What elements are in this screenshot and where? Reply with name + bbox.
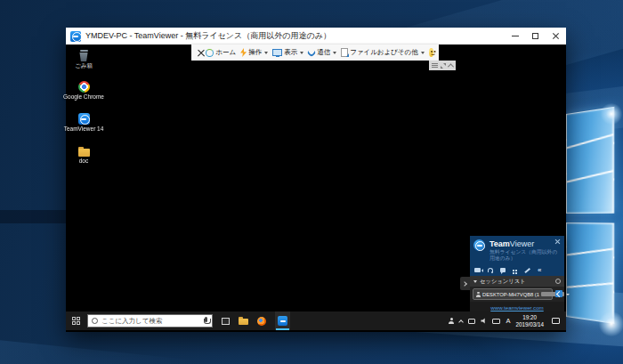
video-icon[interactable] bbox=[474, 268, 481, 272]
session-list-header[interactable]: セッションリスト bbox=[470, 276, 564, 287]
chevron-up-icon bbox=[448, 63, 454, 69]
action-center-icon[interactable] bbox=[552, 318, 560, 324]
list-icon bbox=[432, 63, 438, 68]
window-title: YMDEV-PC - TeamViewer - 無料ライセンス（商用以外の用途の… bbox=[85, 30, 331, 42]
volume-icon[interactable] bbox=[481, 318, 487, 324]
chevron-down-icon bbox=[566, 294, 570, 295]
chevron-down-icon bbox=[421, 52, 425, 54]
recycle-bin-icon bbox=[79, 50, 89, 61]
teamviewer-logo-icon bbox=[473, 239, 485, 251]
search-input[interactable]: ここに入力して検索 bbox=[87, 314, 213, 328]
gear-icon[interactable] bbox=[555, 279, 561, 284]
teamviewer-icon bbox=[78, 113, 90, 125]
logo-glow bbox=[600, 103, 623, 125]
chevron-right-icon bbox=[462, 281, 467, 287]
teamviewer-app-icon bbox=[70, 31, 81, 42]
session-list-section: セッションリスト DESKTOP-MH7VQB8 (1 bbox=[470, 276, 564, 302]
license-text: 無料ライセンス（商用以外の 用途のみ） bbox=[490, 249, 557, 262]
cortana-icon bbox=[92, 318, 98, 324]
triangle-down-icon bbox=[473, 280, 477, 283]
teamviewer-window: YMDEV-PC - TeamViewer - 無料ライセンス（商用以外の用途の… bbox=[66, 28, 566, 332]
panel-toolbar: « bbox=[474, 268, 541, 272]
light-beam bbox=[0, 331, 231, 364]
user-icon bbox=[476, 292, 481, 297]
logo-glow bbox=[598, 311, 623, 336]
remote-taskbar: ここに入力して検索 A 19:20 2019/03/14 bbox=[66, 311, 566, 330]
folder-icon bbox=[78, 147, 90, 157]
actions-icon bbox=[240, 48, 247, 57]
toolbar-files[interactable]: ファイルおよびその他 bbox=[341, 48, 425, 57]
teamviewer-taskbar-button[interactable] bbox=[275, 311, 290, 330]
toolbar-collapse-widget[interactable] bbox=[429, 61, 456, 70]
session-entry[interactable]: DESKTOP-MH7VQB8 (1 bbox=[473, 288, 553, 300]
desktop-icon-recycle-bin[interactable]: ごみ箱 bbox=[66, 50, 101, 70]
desktop-icon-teamviewer[interactable]: TeamViewer 14 bbox=[66, 113, 101, 132]
panel-side-tab[interactable] bbox=[460, 277, 470, 290]
communication-icon bbox=[306, 47, 316, 57]
view-icon bbox=[272, 49, 282, 56]
remote-desktop-view: ホーム 操作 表示 通信 ファイルおよびその他 bbox=[66, 44, 566, 332]
task-view-icon[interactable] bbox=[222, 318, 230, 325]
tray-expand-icon[interactable] bbox=[459, 320, 465, 325]
chevron-down-icon bbox=[333, 52, 336, 54]
toolbar-communication[interactable]: 通信 bbox=[308, 48, 336, 57]
panel-header: TeamViewer 無料ライセンス（商用以外の 用途のみ） « bbox=[470, 236, 564, 276]
mic-icon[interactable] bbox=[203, 317, 209, 325]
chevron-down-icon bbox=[264, 52, 268, 54]
system-tray: A 19:20 2019/03/14 bbox=[449, 314, 560, 328]
remote-session-toolbar: ホーム 操作 表示 通信 ファイルおよびその他 bbox=[191, 44, 439, 61]
desktop-icon-doc[interactable]: doc bbox=[66, 147, 101, 164]
close-session-icon[interactable] bbox=[197, 48, 201, 57]
file-explorer-icon[interactable] bbox=[239, 317, 248, 325]
brand-text: TeamViewer bbox=[490, 239, 534, 248]
keyboard-icon[interactable] bbox=[492, 319, 500, 324]
close-button[interactable] bbox=[546, 28, 566, 44]
window-titlebar: YMDEV-PC - TeamViewer - 無料ライセンス（商用以外の用途の… bbox=[66, 28, 566, 44]
files-icon bbox=[341, 48, 348, 57]
connect-icon[interactable] bbox=[555, 290, 562, 297]
shadow-band bbox=[0, 210, 66, 223]
expand-icon bbox=[441, 63, 446, 69]
chrome-icon bbox=[78, 81, 90, 93]
apps-icon[interactable] bbox=[513, 270, 514, 271]
person-tray-icon[interactable] bbox=[449, 318, 454, 324]
ime-mode[interactable]: A bbox=[506, 317, 510, 325]
browser-icon[interactable] bbox=[257, 317, 266, 326]
toolbar-actions[interactable]: 操作 bbox=[240, 48, 268, 57]
maximize-button[interactable] bbox=[525, 28, 546, 44]
minimize-button[interactable] bbox=[505, 28, 525, 44]
network-icon[interactable] bbox=[468, 319, 475, 324]
audio-icon[interactable] bbox=[488, 268, 493, 272]
chat-icon[interactable] bbox=[500, 268, 506, 272]
windows-logo-pane-bottom bbox=[566, 222, 614, 324]
teamviewer-link[interactable]: www.teamviewer.com bbox=[490, 304, 543, 311]
teamviewer-icon bbox=[278, 316, 287, 326]
start-button[interactable] bbox=[72, 317, 80, 325]
home-icon bbox=[206, 49, 214, 57]
toolbar-view[interactable]: 表示 bbox=[272, 48, 303, 57]
desktop-icon-chrome[interactable]: Google Chrome bbox=[66, 81, 101, 100]
toolbar-home[interactable]: ホーム bbox=[206, 48, 236, 57]
clock[interactable]: 19:20 2019/03/14 bbox=[515, 314, 544, 328]
panel-close-icon[interactable] bbox=[554, 239, 561, 245]
annotate-icon[interactable] bbox=[524, 268, 530, 273]
windows-logo bbox=[566, 107, 614, 326]
teamviewer-panel: TeamViewer 無料ライセンス（商用以外の 用途のみ） « bbox=[470, 236, 564, 312]
feedback-smiley-icon[interactable] bbox=[429, 48, 433, 57]
chevron-down-icon bbox=[300, 52, 303, 54]
collapse-icon[interactable]: « bbox=[538, 268, 541, 272]
